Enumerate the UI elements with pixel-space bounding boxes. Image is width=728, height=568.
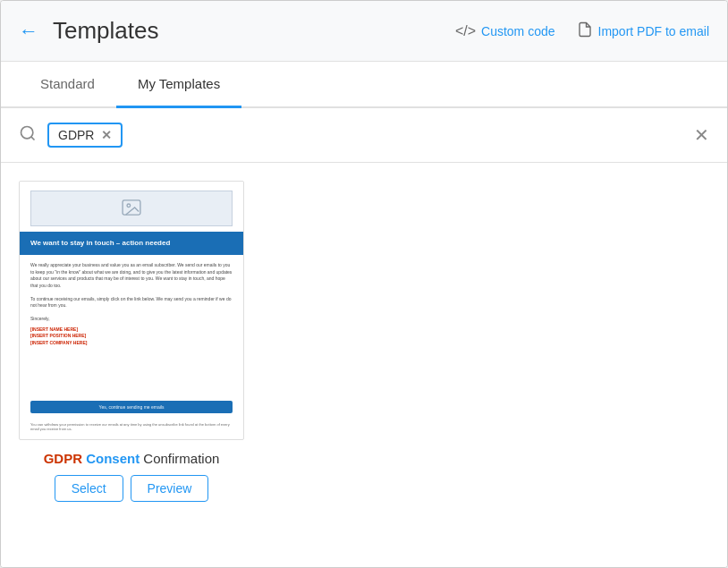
template-name: GDPR Consent Confirmation [44,451,220,466]
image-icon [122,199,141,218]
preview-button[interactable]: Preview [131,475,209,502]
tab-my-templates[interactable]: My Templates [116,62,241,108]
select-button[interactable]: Select [55,475,123,502]
header-actions: </> Custom code Import PDF to email [455,21,709,41]
template-actions: Select Preview [55,475,209,502]
tag-remove-button[interactable]: ✕ [101,129,112,141]
svg-line-1 [31,136,35,140]
svg-point-0 [21,126,33,138]
tab-standard[interactable]: Standard [19,62,116,108]
tag-label: GDPR [58,128,94,142]
search-bar: GDPR ✕ ✕ [1,108,727,163]
email-cta-button: Yes, continue sending me emails [30,401,233,413]
template-name-confirmation: Confirmation [143,451,219,466]
svg-rect-2 [123,199,140,214]
search-icon [19,124,37,147]
header: ← Templates </> Custom code Import PDF t… [1,1,727,62]
email-image-placeholder [30,191,233,226]
import-pdf-button[interactable]: Import PDF to email [577,21,709,41]
content-area: We want to stay in touch – action needed… [1,163,727,567]
custom-code-icon: </> [455,23,476,39]
template-name-gdpr: GDPR [44,451,82,466]
email-body: We really appreciate your business and v… [20,255,243,394]
pdf-icon [577,21,593,41]
custom-code-button[interactable]: </> Custom code [455,23,555,39]
search-tag-gdpr: GDPR ✕ [47,123,123,148]
email-red-fields: [INSERT NAME HERE] [INSERT POSITION HERE… [30,326,233,347]
template-thumbnail: We want to stay in touch – action needed… [19,181,244,440]
template-name-consent: Consent [86,451,140,466]
email-header: We want to stay in touch – action needed [20,232,243,255]
template-card-gdpr: We want to stay in touch – action needed… [19,181,244,502]
email-footer: You can withdraw your permission to rece… [20,419,243,439]
clear-search-button[interactable]: ✕ [694,124,709,146]
svg-point-3 [127,203,131,207]
tabs: Standard My Templates [1,62,727,108]
back-button[interactable]: ← [19,20,38,43]
page-title: Templates [53,17,455,45]
templates-grid: We want to stay in touch – action needed… [19,181,709,502]
